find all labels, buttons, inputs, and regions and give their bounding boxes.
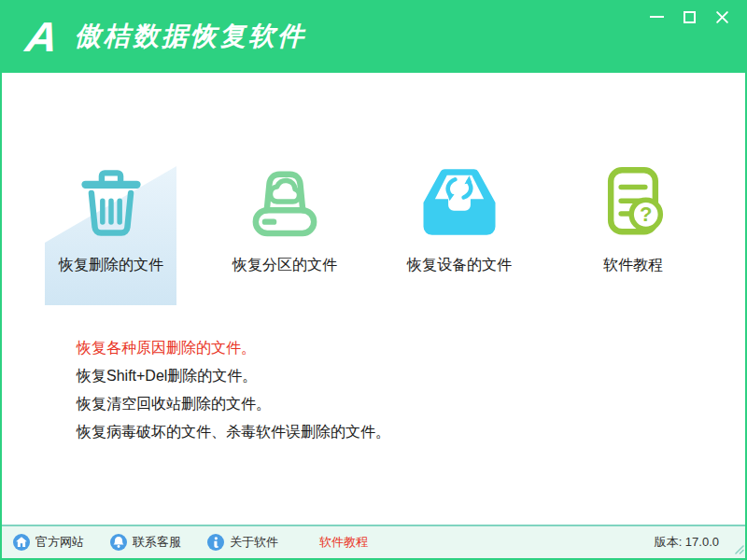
tile-recover-device-files[interactable]: 恢复设备的文件	[389, 161, 529, 275]
tile-recover-deleted-files[interactable]: 恢复删除的文件	[41, 161, 181, 275]
tile-label: 恢复删除的文件	[41, 256, 181, 275]
home-icon	[13, 534, 30, 551]
description-line: 恢复清空回收站删除的文件。	[77, 390, 390, 418]
close-icon	[715, 10, 729, 24]
tile-recover-partition-files[interactable]: 恢复分区的文件	[215, 161, 355, 275]
window-controls	[646, 7, 732, 26]
feature-description: 恢复各种原因删除的文件。 恢复Shift+Del删除的文件。 恢复清空回收站删除…	[77, 334, 390, 446]
tutorial-link[interactable]: 软件教程	[319, 534, 368, 551]
svg-text:?: ?	[640, 203, 652, 226]
maximize-icon	[684, 11, 696, 23]
contact-support-label: 联系客服	[133, 534, 181, 551]
official-website-label: 官方网站	[35, 534, 84, 551]
tile-software-tutorial[interactable]: ? 软件教程	[563, 161, 703, 275]
drive-cloud-icon	[244, 161, 326, 244]
description-line: 恢复Shift+Del删除的文件。	[77, 362, 390, 390]
app-logo: A	[22, 12, 61, 61]
main-content: 恢复删除的文件 恢复分区的文件 恢复设备的文件	[2, 73, 745, 525]
official-website-link[interactable]: 官方网站	[13, 534, 84, 551]
contact-support-link[interactable]: 联系客服	[110, 534, 181, 551]
maximize-button[interactable]	[679, 7, 699, 26]
tile-label: 恢复分区的文件	[215, 256, 355, 275]
app-window: A 傲桔数据恢复软件 恢复删除的文件	[0, 0, 747, 560]
trash-icon	[70, 161, 152, 244]
resize-grip[interactable]	[733, 543, 744, 557]
description-line: 恢复病毒破坏的文件、杀毒软件误删除的文件。	[77, 418, 390, 446]
description-line-highlight: 恢复各种原因删除的文件。	[77, 334, 390, 362]
app-title: 傲桔数据恢复软件	[75, 19, 306, 54]
document-question-icon: ?	[592, 161, 674, 244]
info-icon	[207, 534, 224, 551]
resize-grip-icon	[733, 543, 744, 554]
about-software-link[interactable]: 关于软件	[207, 534, 278, 551]
tile-label: 软件教程	[563, 256, 703, 275]
about-software-label: 关于软件	[230, 534, 278, 551]
version-label: 版本: 17.0.0	[655, 534, 719, 551]
minimize-icon	[650, 16, 664, 18]
title-bar: A 傲桔数据恢复软件	[2, 0, 745, 73]
minimize-button[interactable]	[646, 7, 667, 26]
inbox-arrows-icon	[418, 161, 500, 244]
tile-label: 恢复设备的文件	[389, 256, 529, 275]
bell-icon	[110, 534, 127, 551]
status-bar: 官方网站 联系客服 关于软件 软件教程 版本: 17.0.0	[2, 525, 745, 558]
close-button[interactable]	[712, 7, 732, 26]
